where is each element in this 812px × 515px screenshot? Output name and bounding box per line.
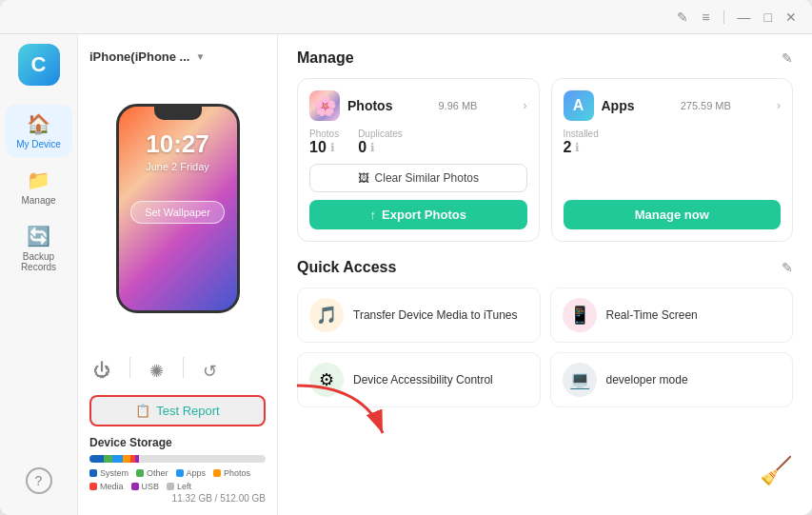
menu-titlebar-icon[interactable]: ≡ (702, 10, 709, 25)
minimize-button[interactable]: — (738, 10, 751, 25)
sidebar-item-my-device[interactable]: 🏠 My Device (6, 105, 72, 157)
manage-section-title: Manage (297, 50, 354, 67)
apps-card-stats: Installed 2 ℹ (564, 129, 782, 156)
storage-apps (112, 455, 123, 463)
quick-access-title: Quick Access (297, 259, 396, 276)
device-header: iPhone(iPhone ... ▼ (89, 46, 266, 68)
sidebar-item-help[interactable]: ? (6, 460, 72, 502)
set-wallpaper-button[interactable]: Set Wallpaper (130, 201, 225, 224)
developer-icon: 💻 (563, 363, 597, 397)
legend-system: System (89, 468, 129, 478)
installed-label: Installed (564, 129, 599, 139)
sidebar-item-my-device-label: My Device (16, 139, 61, 149)
apps-card-title: Apps (602, 98, 635, 113)
folder-icon: 📁 (27, 168, 50, 191)
phone-notch (154, 107, 202, 120)
photos-info-icon: ℹ (330, 141, 335, 154)
sidebar-item-backup-label: Backup Records (10, 251, 69, 272)
legend-photos: Photos (213, 468, 250, 478)
export-photos-label: Export Photos (382, 208, 466, 222)
backup-icon: 🔄 (27, 225, 50, 248)
legend-dot-media (89, 483, 97, 490)
photos-card-size: 9.96 MB (438, 100, 477, 111)
apps-card-size: 275.59 MB (681, 100, 731, 111)
phone-preview: 10:27 June 2 Friday Set Wallpaper (89, 77, 266, 340)
storage-legend: System Other Apps Photos (89, 468, 266, 491)
accessibility-icon: ⚙ (309, 363, 344, 397)
legend-left: Left (167, 482, 191, 491)
duplicates-value-row: 0 ℹ (358, 139, 403, 156)
photos-card-title: Photos (347, 98, 392, 113)
photos-card-arrow[interactable]: › (523, 99, 526, 112)
cleanup-icon: 🧹 (760, 455, 793, 486)
storage-other (104, 455, 112, 463)
refresh-icon[interactable]: ↺ (199, 357, 221, 386)
legend-dot-apps (176, 469, 184, 477)
quick-access-edit-icon[interactable]: ✎ (782, 260, 793, 275)
legend-dot-photos (213, 469, 221, 477)
legend-media: Media (89, 482, 124, 491)
apps-card-arrow[interactable]: › (777, 99, 781, 112)
legend-apps: Apps (176, 468, 207, 478)
storage-left (139, 455, 266, 463)
installed-value-row: 2 ℹ (564, 139, 599, 156)
photos-stat-value-row: 10 ℹ (309, 139, 339, 156)
phone-time: 10:27 (146, 129, 209, 159)
maximize-button[interactable]: □ (764, 10, 772, 25)
edit-titlebar-icon[interactable]: ✎ (677, 10, 688, 25)
power-icon[interactable]: ⏻ (89, 357, 114, 386)
storage-title: Device Storage (89, 436, 266, 449)
help-icon: ? (26, 467, 52, 494)
screen-icon: 📱 (563, 298, 597, 332)
photos-stat-value: 10 (309, 139, 327, 156)
app-logo: C (18, 44, 60, 86)
apps-icon-title: A Apps (564, 90, 635, 121)
clear-similar-label: Clear Similar Photos (375, 171, 479, 185)
legend-dot-other (136, 469, 144, 477)
itunes-label: Transfer Device Media to iTunes (353, 308, 518, 322)
sidebar-item-manage[interactable]: 📁 Manage (6, 161, 72, 213)
manage-now-button[interactable]: Manage now (564, 200, 782, 229)
quick-item-screen[interactable]: 📱 Real-Time Screen (550, 287, 794, 343)
photos-card-top: 🌸 Photos 9.96 MB › (309, 90, 527, 121)
sidebar-item-backup[interactable]: 🔄 Backup Records (6, 217, 72, 280)
right-panel: Manage ✎ 🌸 Photos 9.96 MB › (278, 34, 812, 515)
manage-cards: 🌸 Photos 9.96 MB › Photos 10 ℹ (297, 78, 793, 242)
manage-edit-icon[interactable]: ✎ (782, 50, 793, 66)
phone-frame: 10:27 June 2 Friday Set Wallpaper (116, 104, 240, 313)
installed-info-icon: ℹ (575, 141, 580, 154)
storage-system (89, 455, 104, 463)
clear-similar-button[interactable]: 🖼 Clear Similar Photos (309, 164, 527, 192)
home-icon: 🏠 (27, 112, 50, 135)
developer-label: developer mode (606, 373, 688, 386)
photos-icon-title: 🌸 Photos (309, 90, 392, 121)
brightness-icon[interactable]: ✺ (146, 357, 168, 386)
quick-item-itunes[interactable]: 🎵 Transfer Device Media to iTunes (297, 287, 541, 343)
itunes-icon: 🎵 (309, 298, 344, 332)
manage-now-label: Manage now (635, 208, 709, 222)
titlebar: ✎ ≡ — □ ✕ (0, 0, 812, 34)
duplicates-info-icon: ℹ (370, 141, 375, 154)
legend-dot-left (167, 483, 174, 490)
screen-label: Real-Time Screen (606, 308, 698, 322)
export-photos-button[interactable]: ↑ Export Photos (309, 200, 527, 229)
photos-stat-duplicates: Duplicates 0 ℹ (358, 129, 403, 156)
photos-card-stats: Photos 10 ℹ Duplicates 0 ℹ (309, 129, 527, 156)
legend-other: Other (136, 468, 168, 478)
export-icon: ↑ (370, 208, 377, 222)
legend-dot-usb (131, 483, 139, 490)
phone-controls: ⏻ ✺ ↺ (89, 357, 266, 386)
storage-size-label: 11.32 GB / 512.00 GB (89, 493, 266, 504)
duplicates-value: 0 (358, 139, 366, 156)
photos-app-icon: 🌸 (309, 90, 340, 121)
photos-stat-label: Photos (309, 129, 339, 139)
clear-similar-icon: 🖼 (358, 171, 369, 185)
device-dropdown-arrow[interactable]: ▼ (195, 51, 205, 62)
quick-item-developer[interactable]: 💻 developer mode (550, 352, 794, 407)
quick-item-accessibility[interactable]: ⚙ Device Accessibility Control (297, 352, 541, 407)
phone-date: June 2 Friday (146, 161, 209, 172)
photos-stat-photos: Photos 10 ℹ (309, 129, 339, 156)
test-report-button[interactable]: 📋 Test Report (89, 395, 266, 426)
test-report-label: Test Report (156, 404, 219, 418)
close-button[interactable]: ✕ (785, 10, 797, 25)
